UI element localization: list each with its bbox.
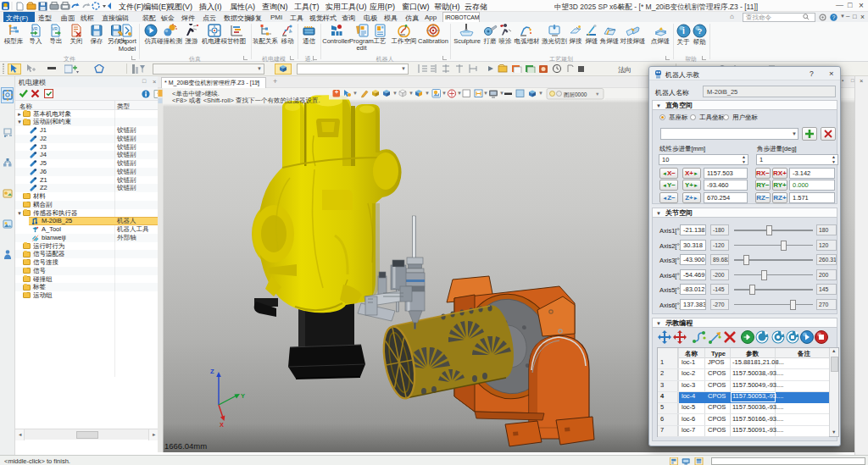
svg-text:VR: VR (32, 26, 38, 31)
svg-text:1666.04mm: 1666.04mm (164, 441, 207, 451)
svg-text:▼: ▼ (483, 91, 488, 96)
svg-text:?: ? (832, 14, 836, 19)
svg-text:?: ? (697, 26, 702, 36)
svg-text:图层0000: 图层0000 (564, 91, 587, 97)
svg-text:▼: ▼ (538, 91, 543, 96)
svg-text:▼: ▼ (409, 91, 414, 96)
svg-text:▼: ▼ (442, 91, 447, 96)
svg-text:Z: Z (210, 368, 214, 375)
svg-text:VR: VR (52, 26, 58, 31)
svg-text:<F8> 或者 <Shift-roll> 查找下一个有效的过: <F8> 或者 <Shift-roll> 查找下一个有效的过滤器设置. (172, 97, 320, 104)
svg-text:▼: ▼ (392, 91, 398, 96)
svg-text:▼: ▼ (595, 91, 599, 97)
svg-text:i: i (682, 26, 685, 36)
svg-text:▼: ▼ (425, 91, 430, 96)
svg-text:▼: ▼ (499, 91, 504, 96)
svg-text:Y: Y (241, 392, 245, 400)
svg-text:X: X (220, 421, 224, 429)
svg-text:▼: ▼ (457, 91, 462, 96)
svg-text:▼: ▼ (353, 91, 358, 96)
